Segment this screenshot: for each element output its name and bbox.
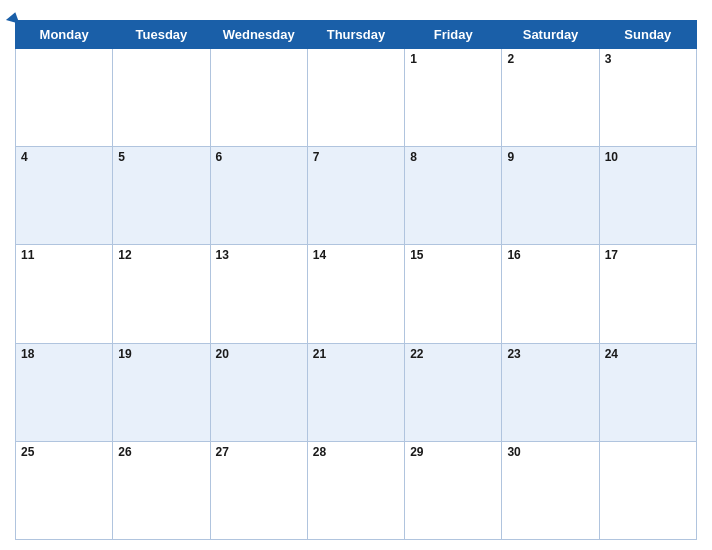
day-number: 17	[605, 248, 618, 262]
calendar-day-cell	[599, 441, 696, 539]
day-number: 14	[313, 248, 326, 262]
day-number: 20	[216, 347, 229, 361]
calendar-day-cell: 8	[405, 147, 502, 245]
calendar-day-cell: 24	[599, 343, 696, 441]
day-number: 23	[507, 347, 520, 361]
calendar-day-cell: 27	[210, 441, 307, 539]
calendar-day-cell: 7	[307, 147, 404, 245]
calendar-day-cell: 23	[502, 343, 599, 441]
calendar-week-row: 45678910	[16, 147, 697, 245]
day-number: 27	[216, 445, 229, 459]
calendar-day-cell: 22	[405, 343, 502, 441]
logo-triangle-icon	[6, 10, 22, 23]
day-number: 18	[21, 347, 34, 361]
calendar-week-row: 123	[16, 49, 697, 147]
calendar-day-cell	[113, 49, 210, 147]
day-number: 6	[216, 150, 223, 164]
day-number: 16	[507, 248, 520, 262]
calendar-day-cell: 13	[210, 245, 307, 343]
calendar-day-cell: 29	[405, 441, 502, 539]
day-number: 2	[507, 52, 514, 66]
weekday-sunday: Sunday	[599, 21, 696, 49]
calendar-day-cell: 10	[599, 147, 696, 245]
calendar-week-row: 18192021222324	[16, 343, 697, 441]
day-number: 10	[605, 150, 618, 164]
calendar-day-cell: 16	[502, 245, 599, 343]
day-number: 12	[118, 248, 131, 262]
calendar-day-cell	[16, 49, 113, 147]
day-number: 8	[410, 150, 417, 164]
calendar-week-row: 11121314151617	[16, 245, 697, 343]
calendar-day-cell: 30	[502, 441, 599, 539]
day-number: 30	[507, 445, 520, 459]
calendar-day-cell: 9	[502, 147, 599, 245]
day-number: 9	[507, 150, 514, 164]
day-number: 15	[410, 248, 423, 262]
calendar-day-cell: 20	[210, 343, 307, 441]
day-number: 19	[118, 347, 131, 361]
calendar-day-cell: 14	[307, 245, 404, 343]
calendar-day-cell: 5	[113, 147, 210, 245]
calendar-day-cell: 17	[599, 245, 696, 343]
calendar-table: MondayTuesdayWednesdayThursdayFridaySatu…	[15, 20, 697, 540]
day-number: 25	[21, 445, 34, 459]
calendar-day-cell: 4	[16, 147, 113, 245]
day-number: 4	[21, 150, 28, 164]
calendar-day-cell	[210, 49, 307, 147]
calendar-day-cell: 18	[16, 343, 113, 441]
calendar-day-cell	[307, 49, 404, 147]
calendar-day-cell: 1	[405, 49, 502, 147]
day-number: 1	[410, 52, 417, 66]
calendar-day-cell: 12	[113, 245, 210, 343]
day-number: 13	[216, 248, 229, 262]
weekday-thursday: Thursday	[307, 21, 404, 49]
calendar-day-cell: 11	[16, 245, 113, 343]
day-number: 11	[21, 248, 34, 262]
day-number: 29	[410, 445, 423, 459]
day-number: 22	[410, 347, 423, 361]
calendar-week-row: 252627282930	[16, 441, 697, 539]
day-number: 26	[118, 445, 131, 459]
day-number: 21	[313, 347, 326, 361]
calendar-day-cell: 19	[113, 343, 210, 441]
calendar-day-cell: 28	[307, 441, 404, 539]
weekday-wednesday: Wednesday	[210, 21, 307, 49]
calendar-day-cell: 21	[307, 343, 404, 441]
day-number: 3	[605, 52, 612, 66]
calendar-day-cell: 26	[113, 441, 210, 539]
day-number: 7	[313, 150, 320, 164]
day-number: 24	[605, 347, 618, 361]
calendar-day-cell: 3	[599, 49, 696, 147]
calendar-day-cell: 25	[16, 441, 113, 539]
calendar-day-cell: 15	[405, 245, 502, 343]
calendar-day-cell: 6	[210, 147, 307, 245]
weekday-header-row: MondayTuesdayWednesdayThursdayFridaySatu…	[16, 21, 697, 49]
weekday-monday: Monday	[16, 21, 113, 49]
weekday-saturday: Saturday	[502, 21, 599, 49]
calendar-day-cell: 2	[502, 49, 599, 147]
day-number: 5	[118, 150, 125, 164]
weekday-friday: Friday	[405, 21, 502, 49]
day-number: 28	[313, 445, 326, 459]
weekday-tuesday: Tuesday	[113, 21, 210, 49]
